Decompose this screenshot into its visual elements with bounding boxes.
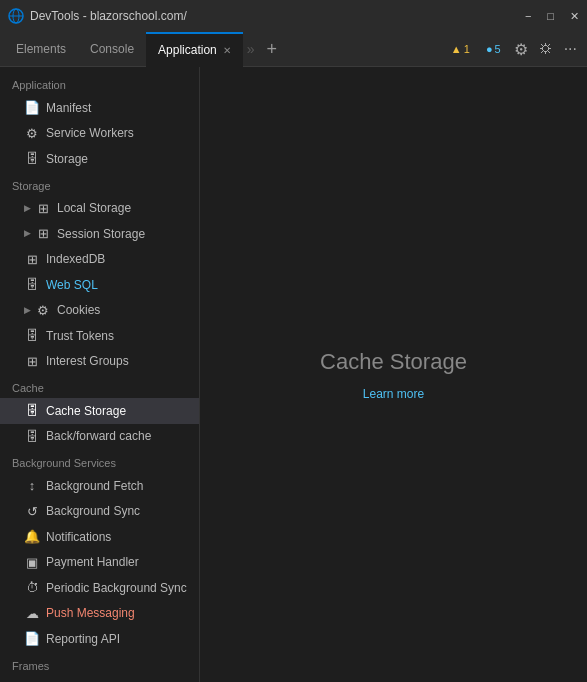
- background-sync-icon: ↺: [24, 502, 40, 522]
- sidebar-item-session-storage[interactable]: ▶ ⊞ Session Storage: [0, 221, 199, 247]
- tab-list: Elements Console Application ✕ » +: [4, 32, 285, 67]
- section-label-background-services: Background Services: [0, 449, 199, 473]
- maximize-button[interactable]: □: [547, 10, 554, 23]
- sidebar-item-background-fetch[interactable]: ↕ Background Fetch: [0, 473, 199, 499]
- tab-console[interactable]: Console: [78, 32, 146, 67]
- sidebar-item-notifications[interactable]: 🔔 Notifications: [0, 524, 199, 550]
- sidebar-item-top-frame[interactable]: ▶ 🗂 top: [0, 676, 199, 683]
- local-storage-icon: ⊞: [35, 199, 51, 219]
- content-title: Cache Storage: [320, 349, 467, 375]
- content-area: Cache Storage Learn more: [200, 67, 587, 682]
- sidebar-item-web-sql[interactable]: 🗄 Web SQL: [0, 272, 199, 298]
- sidebar-item-payment-handler[interactable]: ▣ Payment Handler: [0, 550, 199, 576]
- section-label-frames: Frames: [0, 652, 199, 676]
- tab-application[interactable]: Application ✕: [146, 32, 243, 67]
- sidebar-item-background-sync[interactable]: ↺ Background Sync: [0, 499, 199, 525]
- sidebar-item-interest-groups[interactable]: ⊞ Interest Groups: [0, 349, 199, 375]
- tab-elements[interactable]: Elements: [4, 32, 78, 67]
- customize-icon[interactable]: ⛭: [536, 38, 556, 60]
- tab-bar: Elements Console Application ✕ » + ▲ 1 ●…: [0, 32, 587, 67]
- browser-icon: [8, 8, 24, 24]
- main-layout: Application 📄 Manifest ⚙ Service Workers…: [0, 67, 587, 682]
- tab-overflow-button[interactable]: »: [243, 41, 259, 57]
- cache-storage-icon: 🗄: [24, 401, 40, 421]
- sidebar-item-manifest[interactable]: 📄 Manifest: [0, 95, 199, 121]
- minimize-button[interactable]: −: [525, 10, 531, 23]
- background-fetch-icon: ↕: [24, 476, 40, 496]
- back-forward-cache-icon: 🗄: [24, 427, 40, 447]
- learn-more-link[interactable]: Learn more: [363, 387, 424, 401]
- section-label-application: Application: [0, 71, 199, 95]
- sidebar-item-indexeddb[interactable]: ⊞ IndexedDB: [0, 247, 199, 273]
- settings-icon[interactable]: ⚙: [512, 38, 530, 61]
- sidebar-item-cache-storage[interactable]: 🗄 Cache Storage: [0, 398, 199, 424]
- cookies-icon: ⚙: [35, 301, 51, 321]
- sidebar-item-back-forward-cache[interactable]: 🗄 Back/forward cache: [0, 424, 199, 450]
- section-label-storage: Storage: [0, 172, 199, 196]
- expand-local-storage-icon: ▶: [24, 202, 31, 216]
- sidebar-item-push-messaging[interactable]: ☁ Push Messaging: [0, 601, 199, 627]
- info-badge: ● 5: [481, 42, 506, 56]
- window-controls: − □ ✕: [525, 10, 579, 23]
- expand-cookies-icon: ▶: [24, 304, 31, 318]
- close-button[interactable]: ✕: [570, 10, 579, 23]
- trust-tokens-icon: 🗄: [24, 326, 40, 346]
- top-frame-icon: 🗂: [35, 679, 51, 683]
- sidebar-item-reporting-api[interactable]: 📄 Reporting API: [0, 626, 199, 652]
- sidebar-item-trust-tokens[interactable]: 🗄 Trust Tokens: [0, 323, 199, 349]
- sidebar-item-cookies[interactable]: ▶ ⚙ Cookies: [0, 298, 199, 324]
- periodic-sync-icon: ⏱: [24, 578, 40, 598]
- storage-icon: 🗄: [24, 149, 40, 169]
- sidebar-item-service-workers[interactable]: ⚙ Service Workers: [0, 121, 199, 147]
- notifications-icon: 🔔: [24, 527, 40, 547]
- payment-handler-icon: ▣: [24, 553, 40, 573]
- indexeddb-icon: ⊞: [24, 250, 40, 270]
- service-workers-icon: ⚙: [24, 124, 40, 144]
- sidebar: Application 📄 Manifest ⚙ Service Workers…: [0, 67, 200, 682]
- expand-session-storage-icon: ▶: [24, 227, 31, 241]
- web-sql-icon: 🗄: [24, 275, 40, 295]
- tab-close-button[interactable]: ✕: [223, 45, 231, 56]
- section-label-cache: Cache: [0, 374, 199, 398]
- sidebar-item-storage[interactable]: 🗄 Storage: [0, 146, 199, 172]
- new-tab-button[interactable]: +: [259, 39, 286, 60]
- reporting-api-icon: 📄: [24, 629, 40, 649]
- sidebar-item-periodic-background-sync[interactable]: ⏱ Periodic Background Sync: [0, 575, 199, 601]
- tab-bar-actions: ▲ 1 ● 5 ⚙ ⛭ ···: [446, 38, 583, 61]
- warning-badge: ▲ 1: [446, 42, 475, 56]
- session-storage-icon: ⊞: [35, 224, 51, 244]
- interest-groups-icon: ⊞: [24, 352, 40, 372]
- window-title: DevTools - blazorschool.com/: [30, 9, 525, 23]
- more-icon[interactable]: ···: [562, 38, 579, 60]
- title-bar: DevTools - blazorschool.com/ − □ ✕: [0, 0, 587, 32]
- sidebar-item-local-storage[interactable]: ▶ ⊞ Local Storage: [0, 196, 199, 222]
- push-messaging-icon: ☁: [24, 604, 40, 624]
- manifest-icon: 📄: [24, 98, 40, 118]
